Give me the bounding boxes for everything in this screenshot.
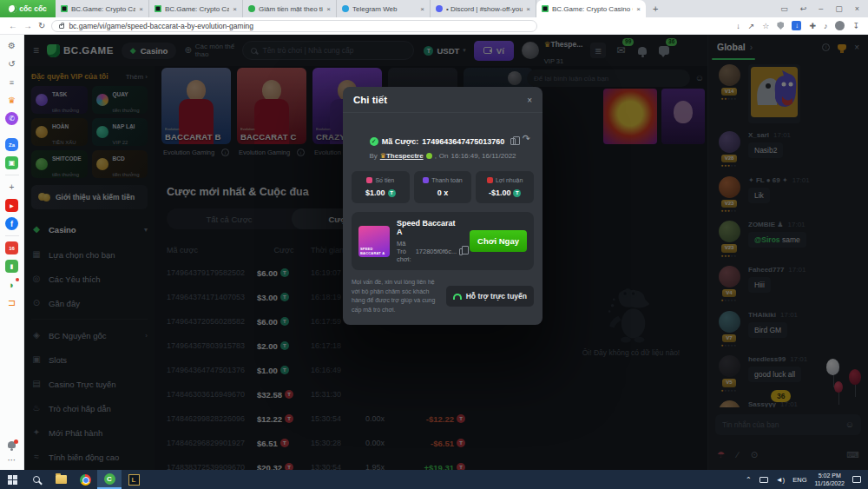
battery-saver-icon[interactable]: ▮ bbox=[5, 260, 18, 273]
headset-icon bbox=[453, 294, 462, 300]
action-center-icon[interactable] bbox=[852, 476, 861, 483]
hidden-icons-chevron[interactable]: ⌃ bbox=[746, 476, 752, 484]
language-indicator[interactable]: ENG bbox=[792, 476, 806, 484]
add-shortcut-icon[interactable]: + bbox=[5, 181, 18, 194]
window-maximize-button[interactable]: ▢ bbox=[835, 4, 843, 13]
new-tab-button[interactable]: + bbox=[653, 3, 658, 14]
game-title: Speed Baccarat A bbox=[397, 219, 463, 236]
usdt-coin-icon: T bbox=[388, 189, 396, 197]
modal-game-card: SPEED BACCARAT A Speed Baccarat A Mã Trò… bbox=[352, 212, 534, 270]
amount-icon bbox=[366, 177, 372, 183]
cart-icon[interactable]: ⊐ bbox=[5, 296, 18, 309]
tab-close-icon[interactable]: × bbox=[139, 5, 143, 13]
calendar-icon[interactable]: 16 bbox=[5, 241, 18, 254]
lock-icon bbox=[59, 24, 64, 29]
browser-tab-active[interactable]: BC.Game: Crypto Casino Gan× bbox=[536, 0, 646, 17]
copy-icon[interactable] bbox=[459, 248, 463, 255]
shopping-icon[interactable]: ◗ bbox=[5, 278, 18, 291]
telegram-favicon bbox=[342, 5, 349, 12]
youtube-icon[interactable] bbox=[5, 199, 18, 212]
coccoc-button[interactable]: C bbox=[97, 470, 122, 489]
divider bbox=[5, 235, 19, 236]
network-icon[interactable] bbox=[760, 477, 768, 483]
divider bbox=[5, 175, 19, 175]
more-icon[interactable]: ⋯ bbox=[5, 453, 18, 466]
media-icon[interactable]: ♪ bbox=[824, 22, 828, 30]
bcgame-page: ≡ BC.GAME ◆ Casino ⊕ Các môn thể thao T … bbox=[24, 35, 868, 470]
bet-by-row: By ♛Thespectre , On 16:16:49, 16/11/2022 bbox=[343, 152, 542, 160]
stat-amount: Số tiền $1.00T bbox=[352, 171, 410, 203]
discord-favicon bbox=[436, 5, 443, 12]
address-bar[interactable]: bc.game/vi/game/speed-baccarat-a-by-evol… bbox=[51, 20, 537, 32]
chrome-button[interactable] bbox=[73, 470, 97, 489]
site-favicon bbox=[248, 5, 255, 12]
browser-tab[interactable]: Giảm tiền mặt theo tiến hóa!× bbox=[243, 0, 337, 17]
share-icon[interactable]: ↗ bbox=[748, 22, 755, 30]
bet-stats: Số tiền $1.00T Thanh toán 0 x Lợi nhuận … bbox=[343, 160, 542, 207]
messenger-icon[interactable]: ✆ bbox=[5, 112, 18, 125]
coccoc-brand-button[interactable]: cốc cốc bbox=[0, 0, 56, 17]
copy-icon[interactable] bbox=[510, 138, 516, 145]
reload-icon[interactable]: ↻ bbox=[38, 21, 45, 30]
bcgame-favicon bbox=[61, 5, 68, 12]
back-icon[interactable]: ← bbox=[9, 21, 17, 30]
coccoc-logo-icon bbox=[9, 5, 16, 13]
tab-pin-icon[interactable]: ↩ bbox=[800, 4, 807, 13]
notifications-bell-icon[interactable] bbox=[8, 441, 16, 448]
taskbar-clock[interactable]: 5:02 PM11/16/2022 bbox=[814, 472, 845, 487]
window-minimize-button[interactable]: – bbox=[819, 4, 823, 13]
start-button[interactable] bbox=[0, 470, 24, 489]
downloads-tray-icon[interactable]: ↧ bbox=[852, 22, 859, 30]
zalo-icon[interactable]: Za bbox=[5, 138, 18, 151]
bcgame-favicon bbox=[155, 5, 161, 12]
tab-close-icon[interactable]: × bbox=[326, 5, 331, 13]
url-text: bc.game/vi/game/speed-baccarat-a-by-evol… bbox=[69, 22, 253, 30]
support-note: Mọi vấn đề, xin vui lòng liên hệ với bộ … bbox=[352, 278, 439, 314]
games-icon[interactable]: ▣ bbox=[5, 156, 18, 169]
profit-icon bbox=[487, 177, 493, 183]
browser-tab-bar: cốc cốc BC.Game: Crypto Casino Gan× BC.G… bbox=[0, 0, 868, 17]
league-of-legends-button[interactable]: L bbox=[122, 470, 146, 489]
facebook-icon[interactable]: f bbox=[5, 217, 18, 230]
crown-icon[interactable]: ♛ bbox=[5, 94, 18, 107]
share-icon[interactable]: ↷ bbox=[523, 134, 530, 143]
download-manager-icon[interactable]: ↓ bbox=[792, 21, 801, 30]
adblock-shield-icon[interactable] bbox=[777, 22, 784, 30]
browser-tab[interactable]: Telegram Web× bbox=[337, 0, 431, 17]
browser-tab[interactable]: BC.Game: Crypto Casino Gan× bbox=[56, 0, 149, 17]
bet-author-link[interactable]: ♛Thespectre bbox=[380, 152, 424, 160]
profile-avatar-icon[interactable] bbox=[835, 21, 845, 30]
browser-tab[interactable]: BC.Game: Crypto Casino Gan× bbox=[149, 0, 243, 17]
play-now-button[interactable]: Chơi Ngay bbox=[470, 230, 527, 252]
tab-preview-icon[interactable]: ▭ bbox=[780, 4, 788, 13]
modal-close-icon[interactable]: × bbox=[527, 96, 532, 105]
settings-gear-icon[interactable]: ⚙ bbox=[5, 39, 18, 52]
stat-payout: Thanh toán 0 x bbox=[414, 171, 472, 203]
bookmark-star-icon[interactable]: ☆ bbox=[762, 22, 769, 30]
bet-details-modal: Chi tiết × ↷ ✓ Mã Cược: 1749643647475013… bbox=[343, 87, 542, 325]
save-page-icon[interactable]: ↓ bbox=[736, 22, 740, 30]
file-explorer-button[interactable] bbox=[49, 470, 73, 489]
tab-close-icon[interactable]: × bbox=[420, 5, 424, 13]
tab-close-icon[interactable]: × bbox=[636, 5, 641, 13]
taskbar-search-button[interactable] bbox=[24, 470, 49, 489]
system-tray: ⌃ ◄) ENG 5:02 PM11/16/2022 bbox=[746, 472, 868, 487]
history-icon[interactable]: ↺ bbox=[5, 57, 18, 70]
browser-tab[interactable]: • Discord | #show-off-you× bbox=[431, 0, 536, 17]
verified-check-icon: ✓ bbox=[370, 137, 378, 146]
tab-close-icon[interactable]: × bbox=[233, 5, 237, 13]
game-id-row: Mã Trò chơi: 172805f0f6c... bbox=[397, 240, 463, 263]
live-support-button[interactable]: Hỗ trợ trực tuyến bbox=[446, 286, 534, 307]
browser-sidebar: ⚙ ↺ ≡ ♛ ✆ Za ▣ + f 16 ▮ ◗ ⊐ ⋯ bbox=[0, 35, 24, 470]
extensions-icon[interactable]: ✚ bbox=[809, 22, 816, 30]
modal-footer: Mọi vấn đề, xin vui lòng liên hệ với bộ … bbox=[352, 278, 534, 314]
game-thumbnail[interactable]: SPEED BACCARAT A bbox=[358, 226, 390, 257]
reading-list-icon[interactable]: ≡ bbox=[5, 76, 18, 89]
screen: cốc cốc BC.Game: Crypto Casino Gan× BC.G… bbox=[0, 0, 868, 489]
brand-label: cốc cốc bbox=[19, 4, 47, 13]
forward-icon[interactable]: → bbox=[23, 21, 32, 30]
volume-icon[interactable]: ◄) bbox=[776, 476, 786, 484]
window-close-button[interactable]: × bbox=[855, 4, 859, 13]
payout-icon bbox=[423, 177, 429, 183]
tab-close-icon[interactable]: × bbox=[526, 5, 530, 13]
